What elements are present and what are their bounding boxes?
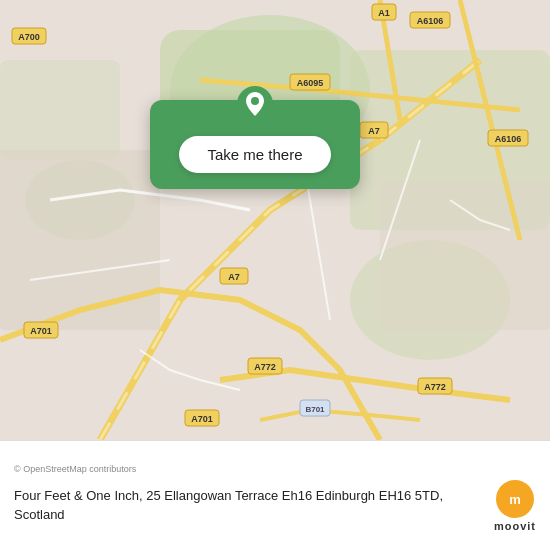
svg-text:A701: A701 (30, 326, 52, 336)
location-pin-icon (237, 86, 273, 122)
svg-text:m: m (509, 492, 521, 507)
address-row: Four Feet & One Inch, 25 Ellangowan Terr… (14, 480, 536, 532)
moovit-logo[interactable]: m moovit (494, 480, 536, 532)
svg-text:A7: A7 (368, 126, 380, 136)
map-container: A7 A7 A700 A701 A701 A772 A772 A6095 A61… (0, 0, 550, 440)
attribution-text: © OpenStreetMap contributors (14, 464, 136, 474)
moovit-icon: m (496, 480, 534, 518)
svg-text:A6095: A6095 (297, 78, 324, 88)
moovit-label: moovit (494, 520, 536, 532)
svg-text:A6106: A6106 (417, 16, 444, 26)
svg-text:A772: A772 (254, 362, 276, 372)
address-text: Four Feet & One Inch, 25 Ellangowan Terr… (14, 487, 482, 523)
svg-text:A1: A1 (378, 8, 390, 18)
svg-point-34 (251, 97, 259, 105)
svg-text:A701: A701 (191, 414, 213, 424)
svg-text:A700: A700 (18, 32, 40, 42)
svg-rect-5 (0, 60, 120, 160)
map-popup: Take me there (150, 100, 360, 189)
info-bar: © OpenStreetMap contributors Four Feet &… (0, 440, 550, 550)
svg-rect-8 (380, 180, 550, 330)
svg-text:A7: A7 (228, 272, 240, 282)
map-attribution: © OpenStreetMap contributors (14, 464, 536, 474)
take-me-there-button[interactable]: Take me there (179, 136, 330, 173)
svg-text:A6106: A6106 (495, 134, 522, 144)
svg-text:B701: B701 (305, 405, 325, 414)
moovit-brand-icon: m (504, 488, 526, 510)
svg-rect-7 (0, 150, 160, 330)
svg-text:A772: A772 (424, 382, 446, 392)
map-svg: A7 A7 A700 A701 A701 A772 A772 A6095 A61… (0, 0, 550, 440)
